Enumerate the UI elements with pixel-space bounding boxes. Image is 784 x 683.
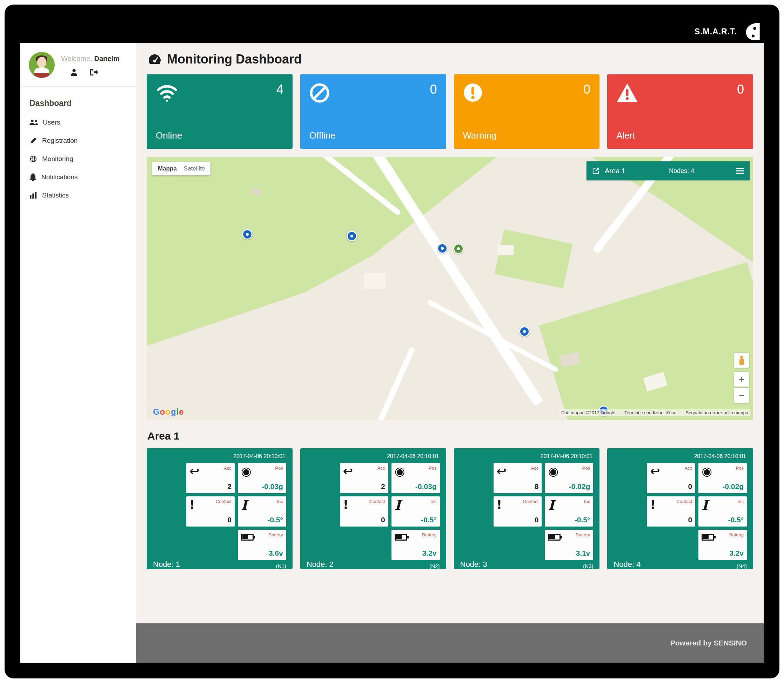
- node-card-1[interactable]: 2017-04-06 20:10:01 ↩ Acc 2 ◉ Pos -0.03g: [147, 448, 293, 569]
- map-marker-place[interactable]: [453, 244, 464, 254]
- node-timestamp: 2017-04-06 20:10:01: [306, 453, 440, 460]
- map-road: [426, 299, 559, 373]
- acc-label: Acc: [531, 465, 539, 471]
- sidebar-item-monitoring[interactable]: Monitoring: [29, 155, 127, 163]
- offline-label: Offline: [309, 130, 336, 141]
- contact-value: 0: [227, 516, 231, 524]
- avatar[interactable]: [29, 52, 55, 78]
- sidebar-item-notifications[interactable]: Notifications: [29, 173, 127, 181]
- node-badge: (N2): [430, 563, 439, 569]
- list-icon[interactable]: [736, 168, 744, 174]
- acc-label: Acc: [224, 465, 231, 471]
- status-card-offline[interactable]: 0 Offline: [300, 74, 446, 149]
- map-report-link[interactable]: Segnala un errore nella mappa: [685, 410, 748, 415]
- inc-value: -0.5°: [267, 516, 283, 524]
- battery-label: Battery: [729, 532, 744, 537]
- node-badge: (N3): [583, 563, 593, 569]
- users-icon: [29, 119, 38, 126]
- node-cards-row: 2017-04-06 20:10:01 ↩ Acc 2 ◉ Pos -0.03g: [147, 448, 753, 569]
- battery-tile: Battery 3.2v: [698, 530, 747, 560]
- sidebar-item-users[interactable]: Users: [29, 119, 127, 126]
- map-type-map-button[interactable]: Mappa: [158, 165, 177, 172]
- inclination-icon: I: [702, 499, 708, 512]
- pegman-icon: [739, 356, 744, 365]
- brand-title: S.M.A.R.T.: [694, 27, 737, 37]
- map-marker[interactable]: [437, 243, 447, 253]
- inc-value: -0.5°: [728, 516, 744, 524]
- battery-value: 3.2v: [422, 549, 437, 558]
- map-marker[interactable]: [519, 326, 530, 337]
- contact-value: 0: [688, 516, 692, 524]
- user-panel: Welcome,Danelm: [20, 52, 136, 87]
- map-type-satellite-button[interactable]: Satellite: [184, 165, 205, 172]
- status-card-warning[interactable]: 0 Warning: [454, 74, 600, 149]
- map-marker[interactable]: [346, 231, 357, 241]
- acc-tile: ↩ Acc 8: [494, 463, 542, 493]
- map-canvas[interactable]: Mappa Satellite Area 1 Nodes: 4: [147, 157, 753, 420]
- wifi-icon: [156, 83, 178, 102]
- powered-by-text: Powered by SENSINO: [670, 639, 747, 647]
- status-card-alert[interactable]: 0 Alert: [607, 74, 753, 149]
- inc-tile: I Inc -0.5°: [545, 496, 593, 527]
- map-zoom-controls: + −: [734, 372, 749, 404]
- smart-logo-icon: [742, 22, 760, 41]
- map-marker[interactable]: [242, 229, 253, 240]
- acc-value: 0: [688, 483, 692, 491]
- device-bezel: S.M.A.R.T. Welcome,Danelm: [5, 5, 779, 678]
- map-type-control: Mappa Satellite: [152, 162, 210, 175]
- sidebar-item-statistics[interactable]: Statistics: [29, 192, 127, 199]
- area-section-title: Area 1: [148, 430, 753, 442]
- node-name: Node: 3: [460, 560, 487, 569]
- exclamation-circle-icon: [463, 83, 483, 103]
- sidebar-item-registration[interactable]: Registration: [29, 137, 127, 144]
- acc-value: 2: [381, 483, 385, 491]
- pegman-control[interactable]: [734, 353, 749, 368]
- map-area-bar: Area 1 Nodes: 4: [587, 161, 750, 180]
- inc-label: Inc: [430, 499, 436, 504]
- node-card-2[interactable]: 2017-04-06 20:10:01 ↩ Acc 2 ◉ Pos -0.03g: [300, 448, 446, 569]
- sidebar-item-label: Monitoring: [42, 155, 73, 163]
- inc-label: Inc: [738, 499, 744, 504]
- inc-tile: I Inc -0.5°: [391, 496, 440, 527]
- acc-tile: ↩ Acc 2: [186, 463, 235, 493]
- avatar-face: [37, 57, 46, 67]
- bullseye-icon: ◉: [702, 465, 712, 477]
- inc-label: Inc: [277, 499, 283, 504]
- map-terms-link[interactable]: Termini e condizioni d'uso: [624, 410, 676, 415]
- google-logo[interactable]: Google: [153, 407, 184, 417]
- zoom-out-button[interactable]: −: [734, 388, 749, 403]
- map-area-label: Area 1: [605, 167, 625, 175]
- online-count: 4: [276, 82, 284, 97]
- bullseye-icon: ◉: [241, 465, 252, 477]
- logout-icon[interactable]: [90, 68, 98, 76]
- google-letter: o: [160, 407, 165, 417]
- warning-count: 0: [584, 82, 590, 97]
- inclination-icon: I: [548, 499, 554, 512]
- inc-value: -0.5°: [575, 516, 590, 524]
- node-name: Node: 1: [153, 560, 180, 569]
- node-card-4[interactable]: 2017-04-06 20:10:01 ↩ Acc 0 ◉ Pos -0.02g: [607, 448, 753, 569]
- return-arrow-icon: ↩: [650, 465, 660, 477]
- acc-label: Acc: [377, 465, 385, 471]
- main-content: Monitoring Dashboard 4 Online 0 Offline: [136, 43, 764, 663]
- node-card-3[interactable]: 2017-04-06 20:10:01 ↩ Acc 8 ◉ Pos -0.02g: [454, 448, 600, 569]
- node-timestamp: 2017-04-06 20:10:01: [460, 453, 593, 460]
- battery-label: Battery: [269, 532, 283, 537]
- edit-area-icon[interactable]: [592, 167, 600, 175]
- user-profile-icon[interactable]: [70, 68, 78, 76]
- sidebar-section-title[interactable]: Dashboard: [29, 99, 127, 108]
- edit-pencil-icon: [29, 137, 37, 144]
- map-nodes-count: Nodes: 4: [669, 167, 694, 175]
- zoom-in-button[interactable]: +: [734, 372, 749, 386]
- map-road: [368, 346, 416, 420]
- pos-tile: ◉ Pos -0.02g: [698, 463, 747, 493]
- contact-label: Contact: [216, 499, 231, 504]
- pos-tile: ◉ Pos -0.03g: [391, 463, 440, 493]
- screenshot-frame: S.M.A.R.T. Welcome,Danelm: [0, 0, 784, 683]
- bar-chart-icon: [29, 192, 37, 199]
- acc-tile: ↩ Acc 0: [647, 463, 695, 493]
- status-card-online[interactable]: 4 Online: [147, 74, 293, 149]
- map-building: [364, 273, 385, 289]
- bullseye-icon: ◉: [548, 465, 558, 477]
- acc-value: 8: [535, 483, 539, 491]
